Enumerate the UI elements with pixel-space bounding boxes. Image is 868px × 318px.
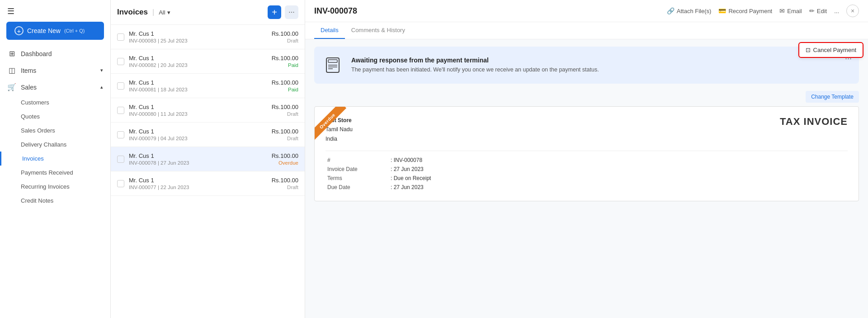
invoice-checkbox[interactable] bbox=[117, 180, 124, 187]
attach-files-label: Attach File(s) bbox=[677, 8, 712, 14]
close-button[interactable]: × bbox=[846, 5, 859, 17]
svg-rect-1 bbox=[328, 60, 337, 62]
sub-item-label-payments-received: Payments Received bbox=[21, 169, 73, 176]
sales-icon: 🛒 bbox=[7, 83, 16, 91]
invoice-item[interactable]: Mr. Cus 1 INV-000078 | 27 Jun 2023 Rs.10… bbox=[111, 147, 305, 171]
invoice-item[interactable]: Mr. Cus 1 INV-000080 | 11 Jul 2023 Rs.10… bbox=[111, 98, 305, 123]
edit-button[interactable]: ✏ Edit bbox=[809, 7, 827, 14]
close-icon: × bbox=[851, 7, 854, 14]
invoice-document: Test Store Tamil Nadu India TAX INVOICE … bbox=[315, 107, 859, 201]
record-payment-button[interactable]: 💳 Record Payment bbox=[718, 7, 772, 14]
plus-circle-icon: + bbox=[14, 26, 24, 35]
sub-item-label-invoices: Invoices bbox=[22, 155, 44, 162]
invoice-field-terms: Terms : Due on Receipt bbox=[326, 174, 848, 183]
invoice-checkbox[interactable] bbox=[117, 33, 124, 41]
cancel-payment-button[interactable]: ⊡ Cancel Payment bbox=[798, 42, 863, 58]
invoice-field-date: Invoice Date : 27 Jun 2023 bbox=[326, 165, 848, 174]
detail-header: INV-000078 🔗 Attach File(s) 💳 Record Pay… bbox=[305, 0, 868, 22]
sidebar-item-sales-orders[interactable]: Sales Orders bbox=[0, 123, 110, 138]
invoice-amount: Rs.100.00 bbox=[272, 30, 298, 37]
sidebar-item-credit-notes[interactable]: Credit Notes bbox=[0, 194, 110, 208]
sidebar-item-quotes[interactable]: Quotes bbox=[0, 109, 110, 123]
invoice-status: Overdue bbox=[272, 160, 298, 166]
list-more-button[interactable]: ··· bbox=[285, 5, 298, 19]
invoice-item[interactable]: Mr. Cus 1 INV-000081 | 18 Jul 2023 Rs.10… bbox=[111, 74, 305, 98]
sidebar-item-invoices[interactable]: Invoices bbox=[0, 152, 110, 166]
invoice-customer: Mr. Cus 1 bbox=[129, 79, 267, 86]
invoice-checkbox[interactable] bbox=[117, 82, 124, 90]
detail-panel: INV-000078 🔗 Attach File(s) 💳 Record Pay… bbox=[305, 0, 868, 318]
add-invoice-button[interactable]: + bbox=[268, 5, 281, 19]
sidebar-item-recurring-invoices[interactable]: Recurring Invoices bbox=[0, 180, 110, 194]
invoice-item[interactable]: Mr. Cus 1 INV-000077 | 22 Jun 2023 Rs.10… bbox=[111, 171, 305, 196]
invoice-customer: Mr. Cus 1 bbox=[129, 104, 267, 110]
invoice-meta: INV-000083 | 25 Jul 2023 bbox=[129, 38, 267, 43]
sidebar-item-sales[interactable]: 🛒 Sales ▴ bbox=[0, 79, 110, 95]
invoice-checkbox[interactable] bbox=[117, 131, 124, 138]
sub-item-label-customers: Customers bbox=[21, 99, 49, 106]
more-options-button[interactable]: ... bbox=[834, 8, 839, 14]
invoice-checkbox[interactable] bbox=[117, 107, 124, 114]
sidebar-item-delivery-challans[interactable]: Delivery Challans bbox=[0, 138, 110, 152]
invoice-info: Mr. Cus 1 INV-000078 | 27 Jun 2023 bbox=[129, 152, 267, 166]
create-new-button[interactable]: + Create New (Ctrl + Q) bbox=[6, 22, 104, 40]
invoice-amount-section: Rs.100.00 Paid bbox=[272, 55, 298, 68]
invoice-list-panel: Invoices | All ▾ + ··· Mr. Cus 1 INV-000… bbox=[111, 0, 305, 318]
attach-files-button[interactable]: 🔗 Attach File(s) bbox=[667, 7, 712, 14]
invoice-amount: Rs.100.00 bbox=[272, 128, 298, 135]
invoice-status: Draft bbox=[272, 38, 298, 43]
filter-chevron-icon: ▾ bbox=[167, 9, 170, 16]
invoice-meta: INV-000080 | 11 Jul 2023 bbox=[129, 111, 267, 117]
change-template-button[interactable]: Change Template bbox=[806, 91, 859, 103]
payment-terminal-icon bbox=[321, 54, 344, 76]
invoice-item[interactable]: Mr. Cus 1 INV-000083 | 25 Jul 2023 Rs.10… bbox=[111, 25, 305, 49]
filter-value: All bbox=[159, 9, 165, 16]
record-payment-icon: 💳 bbox=[718, 7, 726, 14]
invoice-info: Mr. Cus 1 INV-000080 | 11 Jul 2023 bbox=[129, 104, 267, 117]
invoice-item[interactable]: Mr. Cus 1 INV-000082 | 20 Jul 2023 Rs.10… bbox=[111, 49, 305, 74]
invoice-amount-section: Rs.100.00 Draft bbox=[272, 128, 298, 141]
field-label-duedate: Due Date bbox=[326, 183, 389, 192]
sidebar-item-items[interactable]: ◫ Items ▾ bbox=[0, 62, 110, 79]
invoice-info: Mr. Cus 1 INV-000077 | 22 Jun 2023 bbox=[129, 177, 267, 190]
email-label: Email bbox=[787, 8, 802, 14]
tab-details[interactable]: Details bbox=[314, 22, 345, 39]
invoice-amount: Rs.100.00 bbox=[272, 79, 298, 86]
hamburger-icon[interactable]: ☰ bbox=[7, 6, 14, 16]
sub-item-label-credit-notes: Credit Notes bbox=[21, 197, 53, 204]
invoice-status: Draft bbox=[272, 136, 298, 141]
overdue-ribbon: Overdue bbox=[315, 107, 355, 147]
invoice-checkbox[interactable] bbox=[117, 58, 124, 65]
email-icon: ✉ bbox=[779, 7, 785, 14]
invoice-preview: Overdue Test Store Tamil Nadu India TAX … bbox=[314, 106, 859, 201]
sidebar-item-customers[interactable]: Customers bbox=[0, 95, 110, 109]
field-label-terms: Terms bbox=[326, 174, 389, 183]
sidebar-item-label-dashboard: Dashboard bbox=[21, 50, 52, 57]
invoice-info: Mr. Cus 1 INV-000083 | 25 Jul 2023 bbox=[129, 30, 267, 43]
list-header-actions: + ··· bbox=[268, 5, 298, 19]
invoice-customer: Mr. Cus 1 bbox=[129, 152, 267, 159]
invoice-checkbox[interactable] bbox=[117, 156, 124, 163]
payment-banner-content: Awaiting response from the payment termi… bbox=[351, 57, 852, 74]
email-button[interactable]: ✉ Email bbox=[779, 7, 802, 14]
filter-dropdown[interactable]: All ▾ bbox=[159, 9, 170, 16]
invoice-item[interactable]: Mr. Cus 1 INV-000079 | 04 Jul 2023 Rs.10… bbox=[111, 123, 305, 147]
field-value-number: : INV-000078 bbox=[389, 156, 848, 165]
invoice-meta: INV-000082 | 20 Jul 2023 bbox=[129, 62, 267, 68]
invoice-amount: Rs.100.00 bbox=[272, 152, 298, 159]
detail-tabs: Details Comments & History bbox=[305, 22, 868, 39]
overdue-label: Overdue bbox=[315, 107, 346, 140]
field-label-date: Invoice Date bbox=[326, 165, 389, 174]
invoice-status: Paid bbox=[272, 87, 298, 92]
tab-comments-history[interactable]: Comments & History bbox=[345, 22, 411, 39]
invoice-info: Mr. Cus 1 INV-000079 | 04 Jul 2023 bbox=[129, 128, 267, 141]
sidebar-item-payments-received[interactable]: Payments Received bbox=[0, 166, 110, 180]
list-header: Invoices | All ▾ + ··· bbox=[111, 0, 305, 25]
invoice-field-duedate: Due Date : 27 Jun 2023 bbox=[326, 183, 848, 192]
cancel-payment-label: Cancel Payment bbox=[813, 47, 856, 53]
sidebar-item-dashboard[interactable]: ⊞ Dashboard bbox=[0, 45, 110, 62]
invoice-status: Draft bbox=[272, 111, 298, 117]
invoice-amount-section: Rs.100.00 Paid bbox=[272, 79, 298, 92]
tab-details-label: Details bbox=[321, 27, 339, 33]
invoice-meta: INV-000078 | 27 Jun 2023 bbox=[129, 160, 267, 166]
